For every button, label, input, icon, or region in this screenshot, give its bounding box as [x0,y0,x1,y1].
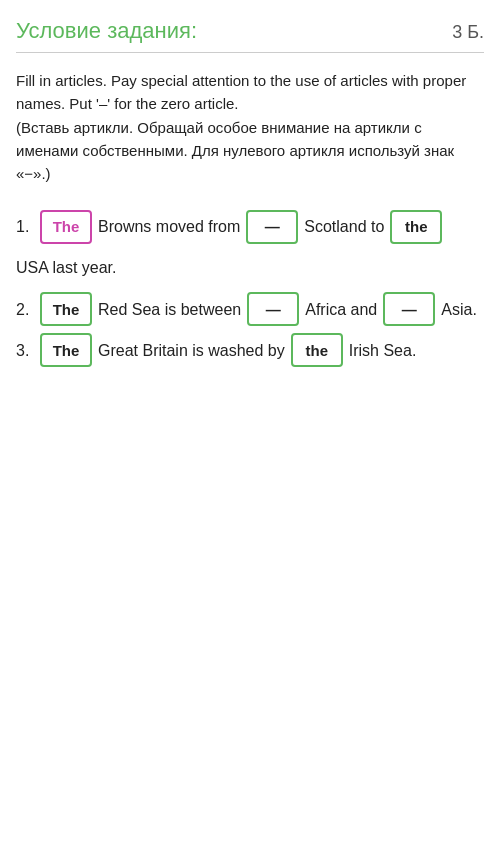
exercise-2-answer-3: — [383,292,435,326]
instructions-russian: (Вставь артикли. Обращай особое внимание… [16,119,454,183]
exercise-1: 1. The Browns moved from — Scotland to t… [16,209,484,285]
exercise-2-number: 2. [16,292,34,327]
exercise-1-answer-3: the [390,210,442,244]
header-title: Условие задания: [16,18,197,44]
exercise-1-text-1: Browns moved from [98,209,240,244]
exercises: 1. The Browns moved from — Scotland to t… [16,209,484,374]
exercise-3-answer-2: the [291,333,343,367]
exercise-2-text-3: Asia. [441,292,477,327]
exercise-3-answer-1: The [40,333,92,367]
exercise-1-number: 1. [16,209,34,244]
exercise-3-number: 3. [16,333,34,368]
header: Условие задания: 3 Б. [16,18,484,53]
instructions: Fill in articles. Pay special attention … [16,69,484,185]
exercise-3-text-2: Irish Sea. [349,333,417,368]
page-container: Условие задания: 3 Б. Fill in articles. … [0,0,500,398]
exercise-1-answer-2: — [246,210,298,244]
exercise-2-answer-2: — [247,292,299,326]
exercise-2-text-2: Africa and [305,292,377,327]
instructions-english: Fill in articles. Pay special attention … [16,72,466,112]
exercise-2-answer-1: The [40,292,92,326]
exercise-2: 2. The Red Sea is between — Africa and —… [16,292,484,327]
exercise-1-text-2: Scotland to [304,209,384,244]
header-score: 3 Б. [452,22,484,43]
exercise-3: 3. The Great Britain is washed by the Ir… [16,333,484,368]
exercise-3-text-1: Great Britain is washed by [98,333,285,368]
exercise-1-text-3: USA last year. [16,250,117,285]
exercise-1-answer-1: The [40,210,92,244]
exercise-2-text-1: Red Sea is between [98,292,241,327]
